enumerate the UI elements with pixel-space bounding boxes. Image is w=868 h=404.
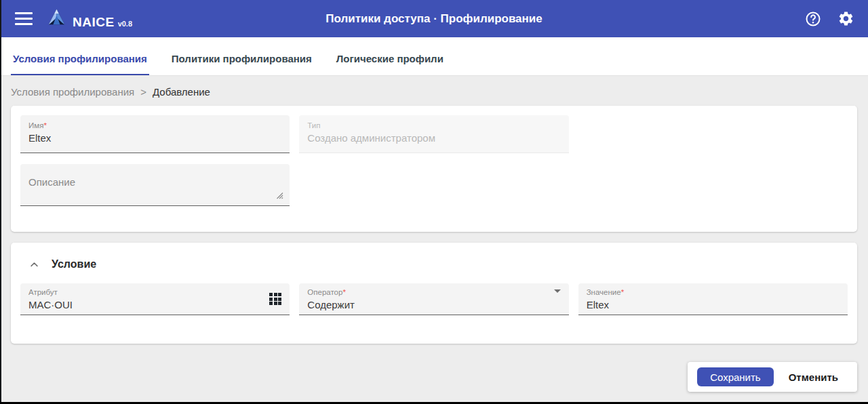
brand-version: v0.8: [118, 20, 132, 28]
general-info-card: Имя* Тип Описание: [11, 106, 857, 232]
name-field-label: Имя*: [28, 121, 281, 130]
breadcrumb-parent[interactable]: Условия профилирования: [11, 86, 134, 98]
brand-name: NAICE: [73, 15, 115, 30]
tab-logical-profiles[interactable]: Логические профили: [334, 53, 446, 75]
app-bar: NAICE v0.8 Политики доступа · Профилиров…: [0, 0, 868, 37]
breadcrumb-separator: >: [140, 86, 146, 98]
grid-apps-icon[interactable]: [269, 293, 281, 305]
type-input: [307, 130, 560, 144]
operator-field[interactable]: Оператор* Содержит: [299, 283, 568, 315]
settings-gear-icon[interactable]: [837, 10, 854, 28]
brand: NAICE v0.8: [47, 8, 132, 30]
resize-handle-icon[interactable]: [276, 190, 283, 202]
name-field[interactable]: Имя*: [20, 115, 290, 153]
condition-card: Условие Атрибут MAC·OUI Оператор* Содерж…: [11, 243, 857, 344]
name-input[interactable]: [28, 130, 281, 144]
attribute-value: MAC·OUI: [28, 297, 281, 310]
type-field-label: Тип: [307, 121, 560, 130]
chevron-up-icon[interactable]: [26, 256, 42, 272]
menu-icon[interactable]: [15, 12, 33, 25]
attribute-field-label: Атрибут: [28, 287, 281, 297]
operator-value: Содержит: [307, 297, 560, 310]
attribute-field[interactable]: Атрибут MAC·OUI: [20, 283, 290, 315]
naice-logo-icon: [47, 8, 66, 29]
operator-field-label: Оператор*: [307, 287, 560, 297]
save-button[interactable]: Сохранить: [697, 367, 774, 386]
value-field-label: Значение*: [587, 287, 840, 297]
breadcrumb-current: Добавление: [153, 86, 210, 98]
action-bar: Сохранить Отменить: [688, 362, 857, 392]
description-field[interactable]: Описание: [20, 164, 290, 206]
window-edge-left: [0, 0, 1, 404]
condition-section-title: Условие: [52, 258, 96, 270]
value-field[interactable]: Значение*: [578, 283, 848, 315]
tab-bar: Условия профилирования Политики профилир…: [0, 37, 868, 76]
description-placeholder: Описание: [28, 176, 75, 188]
type-field: Тип: [299, 115, 568, 153]
help-circle-icon[interactable]: [804, 10, 822, 28]
value-input[interactable]: [587, 297, 840, 310]
tab-profiling-conditions[interactable]: Условия профилирования: [11, 53, 149, 75]
chevron-down-icon[interactable]: [554, 293, 561, 305]
cancel-button[interactable]: Отменить: [779, 368, 848, 386]
breadcrumb: Условия профилирования > Добавление: [0, 76, 868, 106]
tab-profiling-policies[interactable]: Политики профилирования: [170, 53, 314, 75]
